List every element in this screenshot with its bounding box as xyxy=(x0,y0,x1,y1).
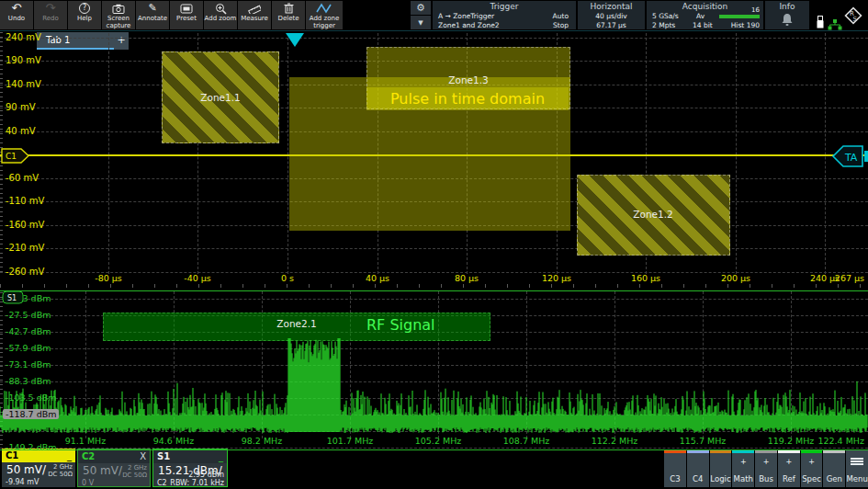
time-y-axis-label: -210 mV xyxy=(6,243,44,253)
spectrum-x-axis-label: 115.7 MHz xyxy=(680,436,727,446)
spectrum-x-axis-label: 108.7 MHz xyxy=(503,436,550,446)
zone-1-1-label: Zone1.1 xyxy=(200,92,240,103)
time-x-axis-label: -40 µs xyxy=(184,273,211,283)
zone-2-1-label: Zone2.1 xyxy=(276,318,316,329)
spectrum-y-axis-label: -149.2 dBm xyxy=(6,442,56,452)
zone-1-2-label: Zone1.2 xyxy=(633,209,672,220)
oscilloscope-screen: ↶ Undo ↷ Redo ? Help Screen capture ✎ An… xyxy=(0,0,868,489)
time-x-axis-label: 80 µs xyxy=(455,273,479,283)
spectrum-y-axis-label: -103.5 dBm xyxy=(6,392,56,403)
time-x-axis-label: 200 µs xyxy=(721,273,750,283)
time-x-axis-label: -80 µs xyxy=(95,273,122,283)
time-y-axis-label: 90 mV xyxy=(6,102,36,112)
spectrum-x-axis-label: 119.2 MHz xyxy=(768,436,815,446)
time-x-axis-label: 267 µs xyxy=(835,273,864,283)
trigger-position-marker[interactable] xyxy=(285,33,305,51)
time-y-axis-label: 240 mV xyxy=(6,32,41,42)
rf-signal-annotation[interactable]: RF Signal xyxy=(366,316,435,334)
c1-badge-text: C1 xyxy=(6,152,17,161)
trigger-level-badge-ta[interactable]: TA xyxy=(831,143,868,173)
time-y-axis-label: 190 mV xyxy=(6,55,41,65)
spectrum-bottom-border xyxy=(0,449,868,450)
time-y-axis-label: -60 mV xyxy=(6,173,39,183)
pulse-annotation-text: Pulse in time domain xyxy=(390,90,545,108)
time-y-axis-label: 40 mV xyxy=(6,126,36,136)
pulse-annotation[interactable]: Pulse in time domain xyxy=(366,87,569,110)
spectrum-x-axis-label: 94.6 MHz xyxy=(153,436,195,446)
spectrum-x-axis-label: 101.7 MHz xyxy=(327,436,374,446)
time-y-axis-label: -110 mV xyxy=(6,196,44,206)
spectrum-trace xyxy=(0,0,868,489)
spectrum-y-axis-label: -57.9 dBm xyxy=(6,343,51,353)
spectrum-y-axis-label: -88.3 dBm xyxy=(6,376,51,386)
time-y-axis-label: 140 mV xyxy=(6,79,41,89)
c1-channel-badge[interactable]: C1 xyxy=(1,148,30,167)
rf-signal-annotation-text: RF Signal xyxy=(366,316,435,334)
spectrum-x-axis-label: 91.1 MHz xyxy=(65,436,107,446)
time-y-axis-label: -260 mV xyxy=(6,267,44,277)
spectrum-x-axis-label: 112.2 MHz xyxy=(592,436,638,446)
spectrum-x-axis-label: 98.2 MHz xyxy=(242,436,283,446)
spectrum-x-axis-label: 105.2 MHz xyxy=(415,436,462,446)
spectrum-top-border xyxy=(0,290,868,291)
spectrum-y-axis-label: -73.1 dBm xyxy=(6,359,51,370)
time-x-axis-label: 40 µs xyxy=(366,273,389,283)
spectrum-y-axis-label: -27.5 dBm xyxy=(6,310,51,320)
zone-1-3-label: Zone1.3 xyxy=(448,74,488,85)
ta-badge-text: TA xyxy=(844,152,858,164)
time-x-axis-label: 120 µs xyxy=(542,273,571,283)
time-y-axis-label: -160 mV xyxy=(6,220,44,230)
time-x-axis-label: 160 µs xyxy=(631,273,660,283)
spectrum-x-axis-label: 122.4 MHz xyxy=(817,436,864,446)
s1-badge-text: S1 xyxy=(7,294,17,302)
s1-spectrum-badge[interactable]: S1 xyxy=(2,290,24,308)
spectrum-y-axis-label: -118.7 dBm xyxy=(3,409,59,419)
spectrum-y-axis-label: -42.7 dBm xyxy=(6,326,51,336)
time-x-axis-label: 0 s xyxy=(281,273,294,283)
